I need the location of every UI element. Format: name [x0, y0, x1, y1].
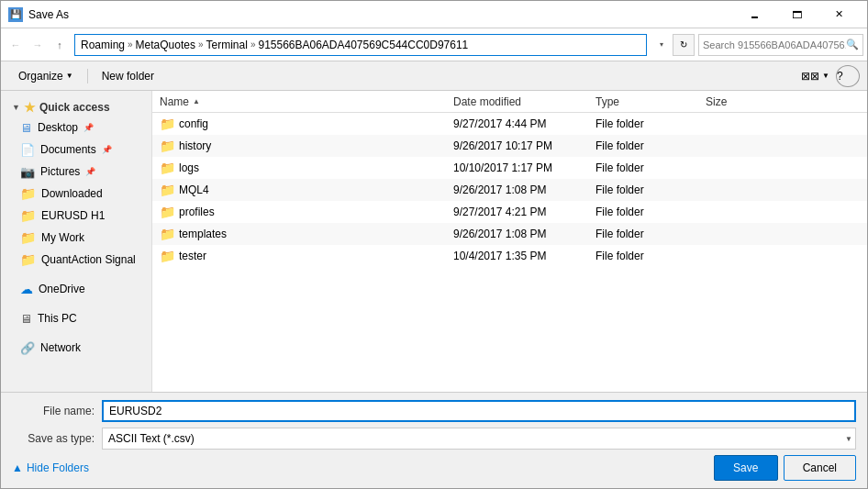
cancel-button[interactable]: Cancel	[784, 455, 856, 481]
filetype-label: Save as type:	[12, 432, 95, 445]
table-row[interactable]: 📁 history 9/26/2017 10:17 PM File folder	[152, 135, 867, 157]
divider3	[1, 329, 151, 337]
file-name: history	[179, 139, 211, 152]
folder-icon: 📁	[160, 161, 175, 175]
organize-arrow-icon: ▼	[66, 72, 73, 80]
onedrive-icon: ☁	[20, 282, 33, 296]
folder-icon: 📁	[160, 205, 175, 219]
folder-icon: 📁	[160, 227, 175, 241]
close-button[interactable]: ✕	[818, 1, 860, 28]
sidebar-item-documents-label: Documents	[40, 143, 96, 156]
file-name: profiles	[179, 206, 215, 218]
address-bar: ← → ↑ Roaming » MetaQuotes » Terminal » …	[1, 28, 867, 61]
sidebar-item-network[interactable]: 🔗 Network	[1, 337, 151, 359]
file-list-header: Name ▲ Date modified Type Size	[152, 91, 867, 113]
folder-mywork-icon: 📁	[20, 230, 36, 245]
column-header-type[interactable]: Type	[592, 91, 702, 112]
file-name: logs	[179, 161, 199, 174]
column-header-size[interactable]: Size	[702, 91, 775, 112]
view-options-button[interactable]: ⊠⊠ ▼	[795, 65, 836, 87]
sidebar-item-onedrive[interactable]: ☁ OneDrive	[1, 278, 151, 300]
file-date: 9/27/2017 4:44 PM	[450, 117, 592, 130]
sidebar-item-downloaded[interactable]: 📁 Downloaded	[1, 183, 151, 205]
help-button[interactable]: ?	[836, 65, 860, 87]
column-header-date[interactable]: Date modified	[450, 91, 592, 112]
file-rows-container: 📁 config 9/27/2017 4:44 PM File folder 📁…	[152, 113, 867, 267]
new-folder-button[interactable]: New folder	[92, 65, 164, 87]
folder-icon: 📁	[160, 117, 175, 131]
folder-downloaded-icon: 📁	[20, 186, 36, 201]
minimize-button[interactable]: 🗕	[733, 1, 775, 28]
file-date: 9/27/2017 4:21 PM	[450, 206, 592, 218]
up-button[interactable]: ↑	[49, 34, 71, 56]
sidebar-item-eurusd[interactable]: 📁 EURUSD H1	[1, 205, 151, 227]
folder-icon: 📁	[160, 183, 175, 197]
path-metaquotes: MetaQuotes	[136, 39, 195, 51]
column-header-name[interactable]: Name ▲	[156, 91, 450, 112]
main-content: ▼ ★ Quick access 🖥 Desktop 📌 📄 Documents…	[1, 91, 867, 392]
filetype-select-wrapper: ASCII Text (*.csv)CSV (*.csv)All Files (…	[102, 428, 856, 450]
path-id: 915566BA06ADA407569C544CC0D97611	[258, 39, 468, 51]
file-type: File folder	[592, 161, 702, 174]
pictures-icon: 📷	[20, 165, 35, 179]
table-row[interactable]: 📁 tester 10/4/2017 1:35 PM File folder	[152, 245, 867, 267]
file-date: 10/10/2017 1:17 PM	[450, 161, 592, 174]
hide-folders-label: Hide Folders	[27, 461, 89, 474]
view-arrow-icon: ▼	[822, 72, 829, 80]
organize-button[interactable]: Organize ▼	[8, 65, 83, 87]
sidebar: ▼ ★ Quick access 🖥 Desktop 📌 📄 Documents…	[1, 91, 152, 392]
documents-icon: 📄	[20, 143, 35, 157]
filetype-select[interactable]: ASCII Text (*.csv)CSV (*.csv)All Files (…	[102, 428, 856, 450]
forward-button[interactable]: →	[27, 34, 49, 56]
table-row[interactable]: 📁 MQL4 9/26/2017 1:08 PM File folder	[152, 179, 867, 201]
file-name: MQL4	[179, 183, 209, 196]
sidebar-quick-access-header[interactable]: ▼ ★ Quick access	[1, 94, 151, 117]
sidebar-item-mywork-label: My Work	[41, 231, 84, 244]
table-row[interactable]: 📁 profiles 9/27/2017 4:21 PM File folder	[152, 201, 867, 223]
sidebar-item-desktop[interactable]: 🖥 Desktop 📌	[1, 117, 151, 139]
sidebar-item-mywork[interactable]: 📁 My Work	[1, 227, 151, 249]
bottom-panel: File name: Save as type: ASCII Text (*.c…	[1, 392, 867, 488]
sidebar-item-thispc-label: This PC	[38, 312, 77, 325]
file-date: 9/26/2017 1:08 PM	[450, 183, 592, 196]
back-button[interactable]: ←	[5, 34, 27, 56]
file-type: File folder	[592, 206, 702, 218]
table-row[interactable]: 📁 config 9/27/2017 4:44 PM File folder	[152, 113, 867, 135]
window-controls: 🗕 🗖 ✕	[733, 1, 860, 28]
dropdown-arrow-btn[interactable]: ▾	[651, 34, 673, 56]
table-row[interactable]: 📁 templates 9/26/2017 1:08 PM File folde…	[152, 223, 867, 245]
bottom-buttons: ▲ Hide Folders Save Cancel	[12, 455, 856, 481]
folder-icon: 📁	[160, 139, 175, 153]
refresh-button[interactable]: ↻	[673, 34, 695, 56]
sidebar-item-documents[interactable]: 📄 Documents 📌	[1, 139, 151, 161]
sidebar-item-eurusd-label: EURUSD H1	[41, 209, 105, 222]
sidebar-item-onedrive-label: OneDrive	[39, 283, 85, 295]
search-input[interactable]	[703, 39, 846, 50]
sidebar-item-thispc[interactable]: 🖥 This PC	[1, 307, 151, 329]
file-name: config	[179, 117, 208, 130]
sidebar-item-quantaction-label: QuantAction Signal	[41, 253, 136, 266]
maximize-button[interactable]: 🗖	[775, 1, 818, 28]
sidebar-item-pictures-label: Pictures	[40, 165, 80, 178]
sidebar-item-quantaction[interactable]: 📁 QuantAction Signal	[1, 249, 151, 271]
divider1	[1, 271, 151, 278]
sidebar-item-network-label: Network	[40, 341, 81, 354]
network-icon: 🔗	[20, 341, 35, 355]
folder-quantaction-icon: 📁	[20, 252, 36, 267]
search-icon: 🔍	[846, 39, 859, 50]
file-type: File folder	[592, 250, 702, 262]
save-button[interactable]: Save	[714, 455, 778, 481]
file-type: File folder	[592, 139, 702, 152]
window-title: Save As	[28, 8, 733, 21]
address-path[interactable]: Roaming » MetaQuotes » Terminal » 915566…	[74, 34, 647, 56]
path-roaming: Roaming	[81, 39, 125, 51]
pc-icon: 🖥	[20, 312, 32, 326]
sidebar-item-pictures[interactable]: 📷 Pictures 📌	[1, 161, 151, 183]
filename-label: File name:	[12, 405, 95, 417]
filename-input[interactable]	[102, 400, 856, 422]
file-date: 9/26/2017 10:17 PM	[450, 139, 592, 152]
table-row[interactable]: 📁 logs 10/10/2017 1:17 PM File folder	[152, 157, 867, 179]
sidebar-item-desktop-label: Desktop	[38, 121, 78, 134]
hide-folders-button[interactable]: ▲ Hide Folders	[12, 461, 708, 474]
file-date: 9/26/2017 1:08 PM	[450, 228, 592, 240]
